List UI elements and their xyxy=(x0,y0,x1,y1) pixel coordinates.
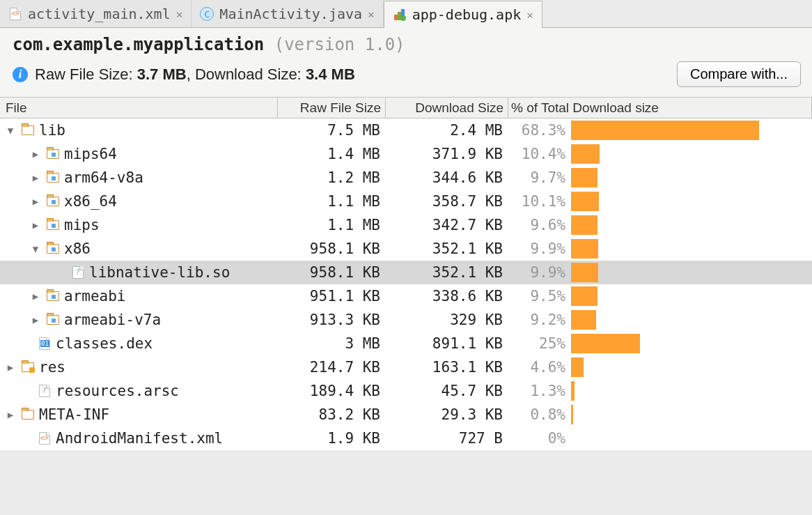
download-size: 344.6 KB xyxy=(386,169,508,186)
download-size: 342.7 KB xyxy=(386,217,508,233)
download-size: 329 KB xyxy=(386,312,508,328)
raw-size: 1.1 MB xyxy=(278,193,386,210)
folder-icon xyxy=(46,243,60,255)
pct-bar xyxy=(571,237,812,261)
column-file[interactable]: File xyxy=(0,98,278,118)
download-size: 358.7 KB xyxy=(386,193,508,210)
file-icon xyxy=(71,266,85,279)
disclosure-triangle-icon[interactable]: ▶ xyxy=(29,172,42,183)
svg-rect-0 xyxy=(394,15,398,20)
table-row[interactable]: ▶arm64-v8a1.2 MB344.6 KB9.7% xyxy=(0,166,812,190)
raw-size: 1.2 MB xyxy=(278,169,386,186)
table-row[interactable]: ▶res214.7 KB163.1 KB4.6% xyxy=(0,355,812,379)
folder-icon xyxy=(21,408,35,421)
table-row[interactable]: ▶armeabi-v7a913.3 KB329 KB9.2% xyxy=(0,308,812,332)
table-row[interactable]: ▶x86_641.1 MB358.7 KB10.1% xyxy=(0,190,812,213)
xml-file-icon xyxy=(38,432,52,445)
pct-value: 9.7% xyxy=(508,169,571,186)
raw-size: 7.5 MB xyxy=(278,122,386,139)
download-size: 371.9 KB xyxy=(386,146,508,162)
folder-icon xyxy=(46,148,60,160)
disclosure-triangle-icon[interactable]: ▶ xyxy=(4,362,17,373)
file-name: classes.dex xyxy=(56,335,153,352)
column-raw-size[interactable]: Raw File Size xyxy=(278,98,386,118)
raw-size: 951.1 KB xyxy=(278,288,386,305)
folder-icon xyxy=(46,219,60,231)
table-row[interactable]: ▼lib7.5 MB2.4 MB68.3% xyxy=(0,118,812,142)
pct-value: 9.2% xyxy=(508,312,571,328)
folder-icon xyxy=(46,314,60,326)
package-version: (version 1.0) xyxy=(274,35,405,54)
column-pct-total[interactable]: % of Total Download size xyxy=(508,98,812,118)
close-icon[interactable]: ✕ xyxy=(368,8,375,21)
file-icon xyxy=(38,385,52,397)
editor-tabs: activity_main.xml ✕ C MainActivity.java … xyxy=(0,0,812,28)
file-tree: ▼lib7.5 MB2.4 MB68.3%▶mips641.4 MB371.9 … xyxy=(0,118,812,450)
disclosure-triangle-icon[interactable]: ▶ xyxy=(29,291,42,302)
raw-size: 958.1 KB xyxy=(278,264,386,281)
raw-size: 83.2 KB xyxy=(278,406,386,423)
pct-value: 9.9% xyxy=(508,240,571,257)
table-row[interactable]: ▼x86958.1 KB352.1 KB9.9% xyxy=(0,237,812,261)
tab-app-debug-apk[interactable]: app-debug.apk ✕ xyxy=(384,1,542,28)
file-name: armeabi xyxy=(64,288,126,305)
pct-value: 9.9% xyxy=(508,264,571,281)
table-row[interactable]: ▶mips1.1 MB342.7 KB9.6% xyxy=(0,213,812,237)
raw-size: 3 MB xyxy=(278,335,386,352)
table-row[interactable]: ▶armeabi951.1 KB338.6 KB9.5% xyxy=(0,284,812,308)
pct-value: 0.8% xyxy=(508,406,571,423)
apk-icon xyxy=(393,8,407,22)
file-name: x86_64 xyxy=(64,193,117,210)
table-row[interactable]: classes.dex3 MB891.1 KB25% xyxy=(0,332,812,355)
download-size: 45.7 KB xyxy=(386,383,508,399)
raw-size: 189.4 KB xyxy=(278,383,386,399)
tab-activity-main[interactable]: activity_main.xml ✕ xyxy=(0,0,192,27)
package-name: com.example.myapplication xyxy=(13,35,264,54)
close-icon[interactable]: ✕ xyxy=(526,8,533,22)
pct-bar xyxy=(571,379,812,403)
table-row[interactable]: ▶META-INF83.2 KB29.3 KB0.8% xyxy=(0,403,812,426)
disclosure-triangle-icon[interactable]: ▶ xyxy=(29,148,42,160)
download-size: 352.1 KB xyxy=(386,240,508,257)
download-size: 352.1 KB xyxy=(386,264,508,281)
pct-bar xyxy=(571,213,812,237)
file-name: mips64 xyxy=(64,146,117,162)
xml-icon xyxy=(8,7,22,21)
folder-icon xyxy=(21,124,35,137)
table-row[interactable]: libnative-lib.so958.1 KB352.1 KB9.9% xyxy=(0,261,812,284)
download-size: 338.6 KB xyxy=(386,288,508,305)
disclosure-triangle-icon[interactable]: ▶ xyxy=(29,220,42,231)
pct-value: 10.1% xyxy=(508,193,571,210)
file-name: AndroidManifest.xml xyxy=(56,430,223,447)
pct-bar xyxy=(571,118,812,142)
disclosure-triangle-icon[interactable]: ▼ xyxy=(29,243,42,254)
compare-with-button[interactable]: Compare with... xyxy=(677,61,801,87)
download-size: 727 B xyxy=(386,430,508,447)
apk-info-panel: com.example.myapplication (version 1.0) … xyxy=(0,28,812,98)
disclosure-triangle-icon[interactable]: ▶ xyxy=(4,409,17,420)
pct-bar xyxy=(571,403,812,426)
pct-bar xyxy=(571,426,812,450)
column-download-size[interactable]: Download Size xyxy=(386,98,508,118)
disclosure-triangle-icon[interactable]: ▶ xyxy=(29,314,42,325)
dex-file-icon xyxy=(38,337,52,350)
table-row[interactable]: AndroidManifest.xml1.9 KB727 B0% xyxy=(0,426,812,450)
java-class-icon: C xyxy=(200,7,214,21)
file-name: res xyxy=(39,359,65,376)
table-header: File Raw File Size Download Size % of To… xyxy=(0,98,812,118)
close-icon[interactable]: ✕ xyxy=(176,8,183,21)
table-row[interactable]: ▶mips641.4 MB371.9 KB10.4% xyxy=(0,142,812,166)
file-name: lib xyxy=(39,122,65,139)
table-row[interactable]: resources.arsc189.4 KB45.7 KB1.3% xyxy=(0,379,812,403)
download-size: 891.1 KB xyxy=(386,335,508,352)
folder-icon xyxy=(46,195,60,208)
tab-main-activity[interactable]: C MainActivity.java ✕ xyxy=(192,0,383,27)
pct-bar xyxy=(571,190,812,213)
pct-bar xyxy=(571,308,812,332)
raw-size: 1.1 MB xyxy=(278,217,386,233)
pct-bar xyxy=(571,261,812,284)
download-size: 2.4 MB xyxy=(386,122,508,139)
disclosure-triangle-icon[interactable]: ▶ xyxy=(29,196,42,207)
disclosure-triangle-icon[interactable]: ▼ xyxy=(4,125,17,136)
svg-point-3 xyxy=(400,15,406,21)
